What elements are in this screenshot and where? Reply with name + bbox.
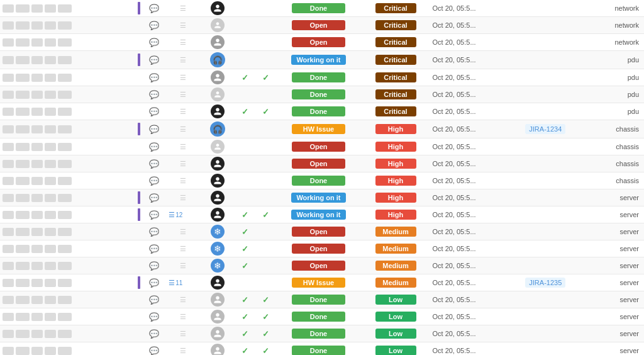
user-cell[interactable] xyxy=(201,172,235,189)
comment-cell[interactable]: 💬 xyxy=(142,206,166,223)
comment-cell[interactable]: 💬 xyxy=(142,69,166,86)
user-cell[interactable] xyxy=(201,69,235,86)
user-cell[interactable] xyxy=(201,155,235,172)
comment-cell[interactable]: 💬 xyxy=(142,189,166,206)
comment-cell[interactable]: 💬 xyxy=(142,291,166,308)
status-cell[interactable]: Done xyxy=(275,86,361,103)
comment-cell[interactable]: 💬 xyxy=(142,257,166,274)
comment-cell[interactable]: 💬 xyxy=(142,155,166,172)
user-cell[interactable] xyxy=(201,325,235,342)
severity-cell[interactable]: Critical xyxy=(362,86,430,103)
table-row[interactable]: 💬 ☰ Open High Oct 20, 05:5... chassis xyxy=(0,155,644,172)
comment-cell[interactable]: 💬 xyxy=(142,103,166,120)
table-row[interactable]: 💬 ☰ ❄ ✓ Open Medium Oct 20, 05:5... serv… xyxy=(0,223,644,240)
jira-link[interactable]: JIRA-1235 xyxy=(525,278,565,288)
jira-link[interactable]: JIRA-1234 xyxy=(525,124,565,134)
user-cell[interactable] xyxy=(201,34,235,51)
user-cell[interactable] xyxy=(201,308,235,325)
tasks-cell[interactable]: ☰ 12 xyxy=(166,206,200,223)
table-row[interactable]: 💬 ☰ Done Critical Oct 20, 05:5... pdu xyxy=(0,86,644,103)
status-cell[interactable]: HW Issue xyxy=(275,120,361,138)
severity-cell[interactable]: High xyxy=(362,172,430,189)
user-cell[interactable] xyxy=(201,206,235,223)
status-cell[interactable]: Working on it xyxy=(275,51,361,69)
user-cell[interactable] xyxy=(201,86,235,103)
jira-cell[interactable]: JIRA-1234 xyxy=(507,120,584,138)
severity-cell[interactable]: High xyxy=(362,206,430,223)
user-cell[interactable] xyxy=(201,103,235,120)
status-cell[interactable]: Done xyxy=(275,69,361,86)
user-cell[interactable] xyxy=(201,138,235,155)
table-row[interactable]: 💬 ☰ Done High Oct 20, 05:5... chassis xyxy=(0,172,644,189)
user-cell[interactable] xyxy=(201,189,235,206)
status-cell[interactable]: Open xyxy=(275,223,361,240)
severity-cell[interactable]: High xyxy=(362,138,430,155)
status-cell[interactable]: Open xyxy=(275,240,361,257)
comment-cell[interactable]: 💬 xyxy=(142,120,166,138)
user-cell[interactable]: 🎧 xyxy=(201,51,235,69)
severity-cell[interactable]: Medium xyxy=(362,257,430,274)
severity-cell[interactable]: Low xyxy=(362,342,430,356)
severity-cell[interactable]: Critical xyxy=(362,103,430,120)
table-row[interactable]: 💬 ☰ 11 HW Issue Medium Oct 20, 05:5... J… xyxy=(0,274,644,291)
table-row[interactable]: 💬 ☰ Open Critical Oct 20, 05:5... networ… xyxy=(0,34,644,51)
table-row[interactable]: 💬 ☰ ✓ ✓ Done Low Oct 20, 05:5... server xyxy=(0,291,644,308)
severity-cell[interactable]: Low xyxy=(362,291,430,308)
table-row[interactable]: 💬 ☰ Done Critical Oct 20, 05:5... networ… xyxy=(0,0,644,17)
status-cell[interactable]: Done xyxy=(275,308,361,325)
user-cell[interactable] xyxy=(201,342,235,356)
table-row[interactable]: 💬 ☰ 🎧 HW Issue High Oct 20, 05:5... JIRA… xyxy=(0,120,644,138)
user-cell[interactable] xyxy=(201,17,235,34)
severity-cell[interactable]: Critical xyxy=(362,17,430,34)
comment-cell[interactable]: 💬 xyxy=(142,240,166,257)
comment-cell[interactable]: 💬 xyxy=(142,34,166,51)
status-cell[interactable]: Done xyxy=(275,291,361,308)
status-cell[interactable]: Open xyxy=(275,138,361,155)
severity-cell[interactable]: Low xyxy=(362,325,430,342)
severity-cell[interactable]: Critical xyxy=(362,69,430,86)
user-cell[interactable] xyxy=(201,291,235,308)
table-row[interactable]: 💬 ☰ 12 ✓ ✓ Working on it High Oct 20, 05… xyxy=(0,206,644,223)
jira-cell[interactable]: JIRA-1235 xyxy=(507,274,584,291)
table-row[interactable]: 💬 ☰ ❄ ✓ Open Medium Oct 20, 05:5... serv… xyxy=(0,240,644,257)
user-cell[interactable]: ❄ xyxy=(201,257,235,274)
status-cell[interactable]: Working on it xyxy=(275,189,361,206)
status-cell[interactable]: HW Issue xyxy=(275,274,361,291)
status-cell[interactable]: Done xyxy=(275,103,361,120)
table-row[interactable]: 💬 ☰ ✓ ✓ Done Critical Oct 20, 05:5... pd… xyxy=(0,69,644,86)
severity-cell[interactable]: High xyxy=(362,120,430,138)
comment-cell[interactable]: 💬 xyxy=(142,172,166,189)
comment-cell[interactable]: 💬 xyxy=(142,138,166,155)
user-cell[interactable]: ❄ xyxy=(201,223,235,240)
table-row[interactable]: 💬 ☰ ✓ ✓ Done Low Oct 20, 05:5... server xyxy=(0,308,644,325)
comment-cell[interactable]: 💬 xyxy=(142,0,166,17)
comment-cell[interactable]: 💬 xyxy=(142,325,166,342)
status-cell[interactable]: Open xyxy=(275,34,361,51)
user-cell[interactable] xyxy=(201,0,235,17)
status-cell[interactable]: Done xyxy=(275,325,361,342)
comment-cell[interactable]: 💬 xyxy=(142,86,166,103)
table-row[interactable]: 💬 ☰ ✓ ✓ Done Critical Oct 20, 05:5... pd… xyxy=(0,103,644,120)
comment-cell[interactable]: 💬 xyxy=(142,223,166,240)
severity-cell[interactable]: High xyxy=(362,155,430,172)
user-cell[interactable]: ❄ xyxy=(201,240,235,257)
status-cell[interactable]: Done xyxy=(275,172,361,189)
severity-cell[interactable]: Critical xyxy=(362,34,430,51)
severity-cell[interactable]: Medium xyxy=(362,240,430,257)
table-row[interactable]: 💬 ☰ 🎧 Working on it Critical Oct 20, 05:… xyxy=(0,51,644,69)
severity-cell[interactable]: Critical xyxy=(362,0,430,17)
status-cell[interactable]: Done xyxy=(275,0,361,17)
comment-cell[interactable]: 💬 xyxy=(142,51,166,69)
comment-cell[interactable]: 💬 xyxy=(142,17,166,34)
severity-cell[interactable]: Critical xyxy=(362,51,430,69)
comment-cell[interactable]: 💬 xyxy=(142,308,166,325)
table-row[interactable]: 💬 ☰ ❄ ✓ Open Medium Oct 20, 05:5... serv… xyxy=(0,257,644,274)
table-row[interactable]: 💬 ☰ ✓ ✓ Done Low Oct 20, 05:5... server xyxy=(0,342,644,356)
main-table-container[interactable]: { "rows": [ {"bar":"long","indicator":tr… xyxy=(0,0,644,355)
severity-cell[interactable]: Medium xyxy=(362,223,430,240)
user-cell[interactable] xyxy=(201,274,235,291)
status-cell[interactable]: Working on it xyxy=(275,206,361,223)
severity-cell[interactable]: Medium xyxy=(362,274,430,291)
user-cell[interactable]: 🎧 xyxy=(201,120,235,138)
tasks-cell[interactable]: ☰ 11 xyxy=(166,274,200,291)
